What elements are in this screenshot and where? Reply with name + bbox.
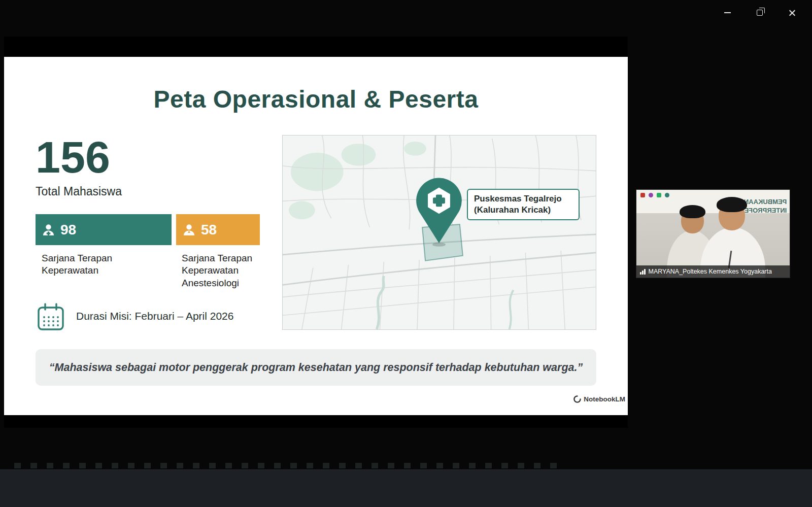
stat-anestesiologi-value: 58: [201, 222, 217, 238]
stat-keperawatan-value: 98: [60, 222, 76, 238]
banner-logos: [640, 193, 669, 197]
window-controls: [716, 4, 804, 21]
stat-anestesiologi-label: Sarjana Terapan Keperawatan Anestesiolog…: [182, 252, 262, 289]
operational-map: [282, 135, 596, 330]
close-icon: [789, 9, 796, 16]
anesthetist-icon: [182, 223, 196, 236]
nurse-icon: [42, 223, 55, 236]
notebooklm-branding: NotebookLM: [507, 395, 625, 403]
slide-title: Peta Operasional & Peserta: [4, 85, 628, 113]
stat-keperawatan-header: 98: [36, 214, 172, 245]
participant-video-tile[interactable]: PEMBUKAAN PRA INTERPROFESSION MARYANA_Po…: [636, 189, 790, 278]
notebooklm-label: NotebookLM: [584, 395, 625, 403]
stat-anestesiologi-header: 58: [176, 214, 260, 245]
notebooklm-logo-icon: [573, 395, 581, 403]
quote-text: “Mahasiswa sebagai motor penggerak progr…: [49, 361, 583, 374]
total-mahasiswa-value: 156: [36, 135, 110, 180]
audio-level-icon: [640, 268, 646, 275]
mission-duration-text: Durasi Misi: Februari – April 2026: [76, 310, 233, 322]
participant-name: MARYANA_Poltekes Kemenkes Yogyakarta: [649, 268, 772, 275]
calendar-icon: [37, 302, 65, 332]
total-mahasiswa-label: Total Mahasiswa: [36, 185, 122, 198]
stat-keperawatan-label: Sarjana Terapan Keperawatan: [42, 252, 128, 277]
zoom-meeting-window: Peta Operasional & Peserta 156 Total Mah…: [0, 0, 812, 507]
quote-banner: “Mahasiswa sebagai motor penggerak progr…: [36, 349, 596, 386]
minimize-button[interactable]: [716, 4, 739, 21]
restore-button[interactable]: [748, 4, 771, 21]
taskbar: 3 1 M # R R 15: [0, 469, 812, 507]
participant-background-banner: PEMBUKAAN PRA INTERPROFESSION: [636, 190, 790, 213]
participant-name-bar: MARYANA_Poltekes Kemenkes Yogyakarta: [636, 265, 790, 278]
obscured-desktop-text: [14, 463, 562, 468]
minimize-icon: [724, 12, 731, 13]
restore-icon: [757, 10, 763, 16]
close-button[interactable]: [781, 4, 804, 21]
map-pin-label: Puskesmas Tegalrejo (Kalurahan Kricak): [467, 189, 580, 220]
pin-label-line1: Puskesmas Tegalrejo: [474, 193, 572, 205]
pin-label-line2: (Kalurahan Kricak): [474, 205, 572, 216]
map-graphic: [283, 136, 596, 329]
